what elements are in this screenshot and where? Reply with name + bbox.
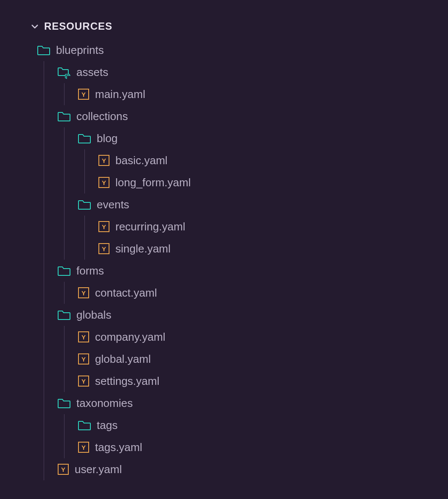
file-label: single.yaml (115, 242, 171, 255)
folder-label: collections (76, 110, 128, 123)
folder-open-icon (37, 45, 50, 55)
file-label: main.yaml (95, 88, 145, 101)
folder-label: forms (76, 264, 104, 278)
file-settings-yaml[interactable]: Y settings.yaml (31, 370, 448, 392)
file-global-yaml[interactable]: Y global.yaml (31, 348, 448, 370)
yaml-file-icon: Y (78, 331, 89, 342)
folder-icon (78, 420, 91, 430)
file-label: global.yaml (95, 353, 151, 366)
file-contact-yaml[interactable]: Y contact.yaml (31, 282, 448, 304)
folder-tags[interactable]: tags (31, 414, 448, 436)
file-label: user.yaml (75, 463, 122, 476)
folder-label: taxonomies (76, 397, 133, 410)
folder-open-icon (58, 111, 70, 121)
file-label: long_form.yaml (115, 176, 191, 189)
folder-assets[interactable]: assets (31, 61, 448, 83)
folder-events[interactable]: events (31, 193, 448, 216)
file-recurring-yaml[interactable]: Y recurring.yaml (31, 216, 448, 238)
yaml-file-icon: Y (98, 221, 109, 232)
folder-taxonomies[interactable]: taxonomies (31, 392, 448, 414)
file-user-yaml[interactable]: Y user.yaml (31, 458, 448, 480)
folder-forms[interactable]: forms (31, 260, 448, 282)
folder-globals[interactable]: globals (31, 304, 448, 326)
section-title: RESOURCES (44, 20, 112, 32)
file-label: settings.yaml (95, 375, 160, 388)
yaml-file-icon: Y (98, 155, 109, 166)
yaml-file-icon: Y (78, 89, 89, 100)
folder-collections[interactable]: collections (31, 105, 448, 127)
folder-label: blog (97, 132, 118, 145)
file-company-yaml[interactable]: Y company.yaml (31, 326, 448, 348)
folder-open-icon (58, 398, 70, 408)
file-label: basic.yaml (115, 154, 168, 167)
yaml-file-icon: Y (78, 287, 89, 298)
file-tags-yaml[interactable]: Y tags.yaml (31, 436, 448, 458)
yaml-file-icon: Y (78, 376, 89, 387)
folder-label: blueprints (56, 44, 104, 57)
folder-label: events (97, 198, 129, 211)
svg-rect-1 (67, 76, 70, 79)
folder-label: assets (76, 66, 108, 79)
yaml-file-icon: Y (78, 442, 89, 453)
file-tree: blueprints assets Y main.yaml collection… (31, 39, 448, 480)
folder-blueprints[interactable]: blueprints (31, 39, 448, 61)
yaml-file-icon: Y (98, 243, 109, 254)
folder-open-icon (58, 266, 70, 276)
yaml-file-icon: Y (98, 177, 109, 188)
yaml-file-icon: Y (78, 353, 89, 364)
file-main-yaml[interactable]: Y main.yaml (31, 83, 448, 105)
file-label: recurring.yaml (115, 220, 185, 233)
folder-label: tags (97, 419, 118, 432)
folder-open-icon (58, 310, 70, 320)
file-label: contact.yaml (95, 286, 157, 300)
folder-label: globals (76, 308, 111, 322)
folder-open-icon (78, 199, 91, 210)
file-basic-yaml[interactable]: Y basic.yaml (31, 149, 448, 171)
folder-open-icon (78, 133, 91, 143)
file-single-yaml[interactable]: Y single.yaml (31, 238, 448, 260)
chevron-down-icon (31, 22, 39, 31)
file-label: company.yaml (95, 331, 165, 344)
folder-multi-icon (58, 67, 70, 77)
folder-blog[interactable]: blog (31, 127, 448, 149)
file-long-form-yaml[interactable]: Y long_form.yaml (31, 171, 448, 193)
section-header[interactable]: RESOURCES (31, 20, 448, 32)
yaml-file-icon: Y (58, 464, 69, 475)
file-label: tags.yaml (95, 441, 142, 454)
